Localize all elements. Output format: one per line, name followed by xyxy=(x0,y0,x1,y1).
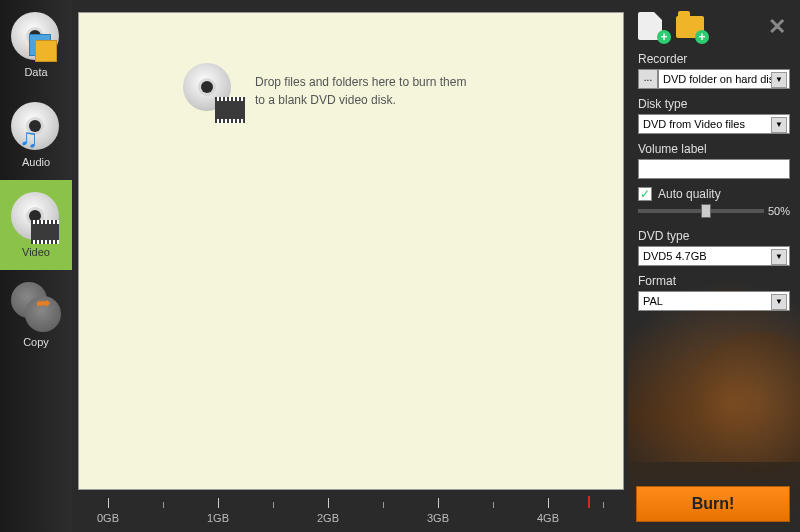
sidebar-item-label: Video xyxy=(22,246,50,258)
plus-icon: + xyxy=(695,30,709,44)
drop-text: Drop files and folders here to burn them… xyxy=(255,73,466,109)
sidebar: Data ♫ Audio Video ➦ Copy xyxy=(0,0,72,532)
size-ruler: 0GB 1GB 2GB 3GB 4GB xyxy=(78,494,624,530)
sidebar-item-data[interactable]: Data xyxy=(0,0,72,90)
sidebar-item-label: Audio xyxy=(22,156,50,168)
format-label: Format xyxy=(638,274,790,288)
sidebar-item-copy[interactable]: ➦ Copy xyxy=(0,270,72,360)
add-folder-button[interactable]: + xyxy=(676,12,706,42)
disk-type-label: Disk type xyxy=(638,97,790,111)
dvd-video-icon xyxy=(183,63,239,119)
add-file-button[interactable]: + xyxy=(638,12,668,42)
data-disc-icon xyxy=(11,12,61,62)
ruler-label: 3GB xyxy=(427,512,449,524)
sidebar-item-audio[interactable]: ♫ Audio xyxy=(0,90,72,180)
volume-label-label: Volume label xyxy=(638,142,790,156)
recorder-select[interactable]: DVD folder on hard disk xyxy=(658,69,790,89)
video-disc-icon xyxy=(11,192,61,242)
disk-type-select[interactable]: DVD from Video files xyxy=(638,114,790,134)
sidebar-item-video[interactable]: Video xyxy=(0,180,72,270)
sidebar-item-label: Data xyxy=(24,66,47,78)
drop-hint: Drop files and folders here to burn them… xyxy=(183,63,623,119)
audio-disc-icon: ♫ xyxy=(11,102,61,152)
quality-slider[interactable] xyxy=(638,209,764,213)
auto-quality-checkbox[interactable]: ✓ xyxy=(638,187,652,201)
ruler-label: 4GB xyxy=(537,512,559,524)
drop-area[interactable]: Drop files and folders here to burn them… xyxy=(78,12,624,490)
settings-panel: + + ✕ Recorder ... DVD folder on hard di… xyxy=(628,0,800,532)
toolbar: + + ✕ xyxy=(638,8,790,46)
ruler-label: 2GB xyxy=(317,512,339,524)
disc-capacity-marker xyxy=(588,496,590,508)
quality-value: 50% xyxy=(768,205,790,217)
recorder-browse-button[interactable]: ... xyxy=(638,69,658,89)
burn-button[interactable]: Burn! xyxy=(636,486,790,522)
dvd-type-select[interactable]: DVD5 4.7GB xyxy=(638,246,790,266)
auto-quality-label: Auto quality xyxy=(658,187,721,201)
close-button[interactable]: ✕ xyxy=(764,14,790,40)
plus-icon: + xyxy=(657,30,671,44)
ruler-label: 0GB xyxy=(97,512,119,524)
slider-thumb[interactable] xyxy=(701,204,711,218)
recorder-label: Recorder xyxy=(638,52,790,66)
copy-disc-icon: ➦ xyxy=(11,282,61,332)
dvd-type-label: DVD type xyxy=(638,229,790,243)
volume-label-input[interactable] xyxy=(638,159,790,179)
sidebar-item-label: Copy xyxy=(23,336,49,348)
ruler-label: 1GB xyxy=(207,512,229,524)
format-select[interactable]: PAL xyxy=(638,291,790,311)
